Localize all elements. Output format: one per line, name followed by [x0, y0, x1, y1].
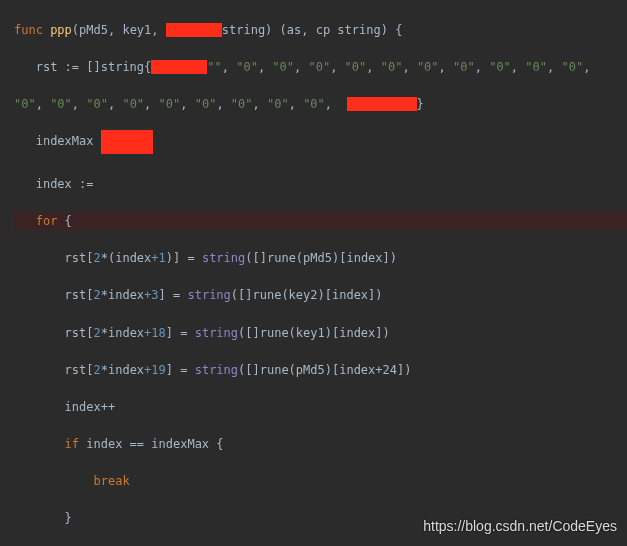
redacted-block — [151, 60, 207, 74]
redacted-block — [166, 23, 222, 37]
code-line: "0", "0", "0", "0", "0", "0", "0", "0", … — [14, 95, 627, 114]
code-line-highlighted: for { — [14, 212, 627, 231]
code-line: rst[2*index+3] = string([]rune(key2)[ind… — [14, 286, 627, 305]
code-line: rst[2*index+19] = string([]rune(pMd5)[in… — [14, 361, 627, 380]
code-line: func ppp(pMd5, key1, string) (as, cp str… — [14, 21, 627, 40]
code-line: rst[2*index+18] = string([]rune(key1)[in… — [14, 324, 627, 343]
code-line: rst := []string{"", "0", "0", "0", "0", … — [14, 58, 627, 77]
code-line: index++ — [14, 398, 627, 417]
code-line: break — [14, 472, 627, 491]
redacted-block — [101, 130, 153, 154]
redacted-block — [347, 97, 417, 111]
code-line: rst[2*(index+1)] = string([]rune(pMd5)[i… — [14, 249, 627, 268]
code-editor[interactable]: func ppp(pMd5, key1, string) (as, cp str… — [0, 0, 627, 546]
code-line: index := — [14, 175, 627, 194]
watermark-text: https://blog.csdn.net/CodeEyes — [423, 516, 617, 538]
code-line: indexMax — [14, 132, 627, 156]
code-line: if index == indexMax { — [14, 435, 627, 454]
